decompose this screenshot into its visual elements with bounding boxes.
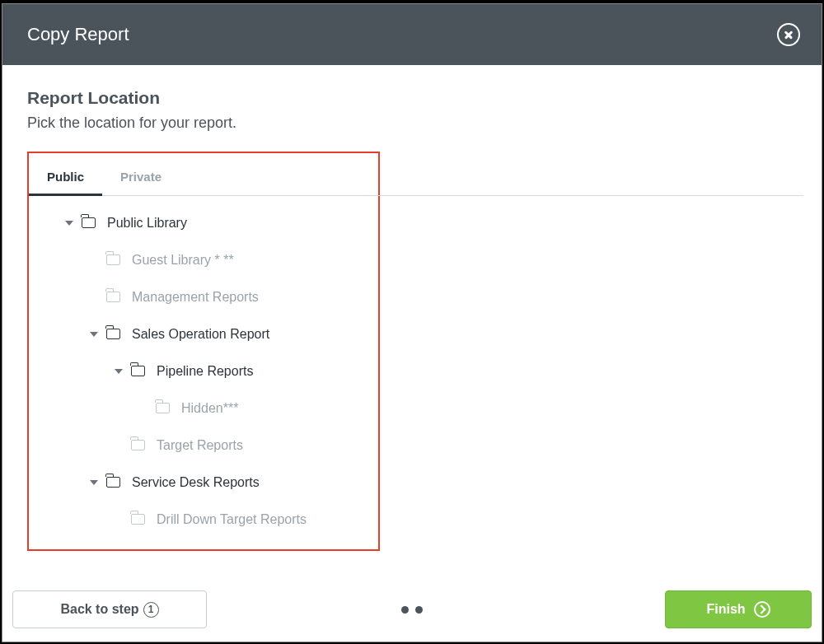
folder-icon xyxy=(131,514,145,525)
folder-label: Guest Library * ** xyxy=(132,253,234,268)
copy-report-modal: Copy Report Report Location Pick the loc… xyxy=(2,3,822,642)
back-label: Back to step xyxy=(60,602,138,617)
step-dots xyxy=(401,606,423,614)
folder-sales-operation-report[interactable]: Sales Operation Report xyxy=(40,315,378,352)
arrow-right-circle-icon xyxy=(754,601,770,618)
folder-icon xyxy=(131,366,145,376)
step-dot xyxy=(415,606,423,614)
finish-label: Finish xyxy=(706,602,745,617)
folder-label: Management Reports xyxy=(132,290,259,305)
folder-icon xyxy=(106,292,120,302)
location-tabs: Public Private xyxy=(29,153,803,196)
modal-header: Copy Report xyxy=(2,4,822,65)
caret-down-icon[interactable] xyxy=(65,221,73,226)
caret-down-icon[interactable] xyxy=(90,480,98,485)
modal-footer: Back to step 1 Finish xyxy=(2,577,822,642)
folder-hidden[interactable]: Hidden*** xyxy=(40,390,378,427)
folder-picker-highlight: Public Private Public Library Guest Libr… xyxy=(27,152,380,551)
caret-down-icon[interactable] xyxy=(90,332,98,337)
folder-management-reports[interactable]: Management Reports xyxy=(40,278,378,315)
folder-icon xyxy=(106,477,120,488)
folder-service-desk-reports[interactable]: Service Desk Reports xyxy=(40,464,378,501)
folder-target-reports[interactable]: Target Reports xyxy=(40,427,378,464)
tab-public[interactable]: Public xyxy=(47,163,84,195)
tab-private[interactable]: Private xyxy=(120,163,162,195)
folder-icon xyxy=(82,217,96,228)
folder-label: Hidden*** xyxy=(181,401,238,416)
caret-down-icon[interactable] xyxy=(115,369,123,374)
folder-icon xyxy=(156,403,170,413)
modal-title: Copy Report xyxy=(27,24,129,45)
folder-icon xyxy=(106,329,120,339)
finish-button[interactable]: Finish xyxy=(665,590,812,628)
close-icon[interactable] xyxy=(777,23,800,46)
folder-label: Sales Operation Report xyxy=(132,327,269,342)
step-dot xyxy=(401,606,409,614)
folder-public-library[interactable]: Public Library xyxy=(40,204,378,241)
folder-label: Drill Down Target Reports xyxy=(157,512,307,527)
folder-label: Service Desk Reports xyxy=(132,475,260,490)
folder-icon xyxy=(131,440,145,450)
folder-tree: Public Library Guest Library * ** Manage… xyxy=(29,196,378,538)
section-description: Pick the location for your report. xyxy=(27,114,797,132)
modal-body: Report Location Pick the location for yo… xyxy=(2,65,822,577)
step-number-badge: 1 xyxy=(143,602,159,618)
folder-pipeline-reports[interactable]: Pipeline Reports xyxy=(40,352,378,390)
back-to-step-button[interactable]: Back to step 1 xyxy=(12,590,207,628)
folder-guest-library[interactable]: Guest Library * ** xyxy=(40,241,378,278)
folder-label: Target Reports xyxy=(157,438,243,453)
section-title: Report Location xyxy=(27,88,797,108)
folder-label: Public Library xyxy=(107,216,187,231)
folder-icon xyxy=(106,254,120,265)
folder-label: Pipeline Reports xyxy=(157,364,253,379)
folder-drill-down-target-reports[interactable]: Drill Down Target Reports xyxy=(40,501,378,538)
